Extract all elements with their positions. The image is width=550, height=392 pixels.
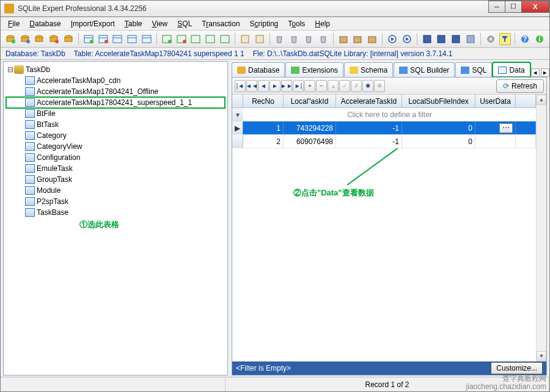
toolbar-pkg1-icon[interactable] (337, 33, 350, 45)
col-recno[interactable]: RecNo (243, 95, 284, 107)
tree-item[interactable]: EmuleTask (6, 163, 225, 174)
close-button[interactable]: X (521, 1, 549, 13)
toolbar-db1-icon[interactable] (4, 33, 16, 45)
col-acceleratetaskid[interactable]: AccelerateTaskId (336, 95, 402, 107)
menu-tools[interactable]: Tools (283, 18, 310, 29)
toolbar-info-icon[interactable]: i (534, 33, 546, 45)
tree-item[interactable]: Module (6, 185, 225, 196)
tab-data[interactable]: Data (493, 62, 530, 77)
toolbar-trash1-icon[interactable] (273, 33, 285, 45)
toolbar-view2-icon[interactable] (175, 33, 188, 45)
filter-hint[interactable]: Click here to define a filter (243, 108, 536, 121)
toolbar-pkg3-icon[interactable] (366, 33, 378, 45)
toolbar-misc2-icon[interactable] (254, 33, 266, 45)
menu-scripting[interactable]: Scripting (245, 18, 284, 29)
toolbar-misc1-icon[interactable] (239, 33, 251, 45)
toolbar-gear-icon[interactable] (485, 33, 497, 45)
nav-insert[interactable]: + (304, 80, 315, 92)
tree-item[interactable]: BtFile (6, 108, 225, 119)
nav-cancel[interactable]: ✗ (351, 80, 362, 92)
toolbar-trash3-icon[interactable] (302, 33, 315, 45)
tree-item[interactable]: GroupTask (6, 174, 225, 185)
nav-delete[interactable]: − (316, 80, 327, 92)
tree-root[interactable]: ⊟ TaskDb (6, 64, 225, 75)
col-localtaskid[interactable]: Local"askId (284, 95, 336, 107)
tab-scroll-left[interactable]: ◄ (531, 68, 540, 77)
col-localsubfileindex[interactable]: LocalSubFileIndex (402, 95, 475, 107)
scroll-down[interactable]: ▼ (537, 351, 546, 361)
menu-table[interactable]: Table (120, 18, 147, 29)
tree-item[interactable]: AccelerateTaskMap0_cdn (6, 75, 225, 86)
filter-icon[interactable]: ▾ (232, 108, 243, 121)
tree-item[interactable]: CategoryView (6, 141, 225, 152)
toolbar-disk1-icon[interactable] (421, 33, 433, 45)
tab-extensions[interactable]: Extensions (285, 62, 343, 77)
data-row[interactable]: 2 609076498 -1 0 (232, 135, 536, 148)
nav-bookmark[interactable]: ✱ (362, 80, 373, 92)
toolbar-db5-icon[interactable] (62, 33, 75, 45)
menu-sql[interactable]: SQL (172, 18, 197, 29)
menu-database[interactable]: Database (24, 18, 65, 29)
toolbar-db4-icon[interactable] (48, 33, 60, 45)
toolbar-trash2-icon[interactable] (288, 33, 300, 45)
menu-file[interactable]: File (3, 18, 24, 29)
toolbar-view4-icon[interactable] (204, 33, 216, 45)
toolbar-tbl5-icon[interactable] (141, 33, 153, 45)
toolbar-filter-icon[interactable] (499, 33, 512, 45)
toolbar-pkg2-icon[interactable] (351, 33, 364, 45)
menu-import-export[interactable]: Import/Export (66, 18, 120, 29)
menu-view[interactable]: View (147, 18, 172, 29)
data-row[interactable]: ▶ 1 743294228 -1 0 ⋯ (232, 122, 536, 135)
tab-scroll-right[interactable]: ► (541, 68, 549, 77)
toolbar-tbl4-icon[interactable] (126, 33, 138, 45)
toolbar-view5-icon[interactable] (219, 33, 231, 45)
toolbar-help-icon[interactable]: ? (519, 33, 531, 45)
toolbar-tbl1-icon[interactable] (82, 33, 95, 45)
nav-next[interactable]: ► (270, 80, 280, 92)
col-userdata[interactable]: UserData (475, 95, 516, 107)
toolbar-disk4-icon[interactable] (464, 33, 477, 45)
minimize-button[interactable]: ─ (488, 1, 505, 13)
tree-item[interactable]: P2spTask (6, 196, 225, 207)
nav-prev-page[interactable]: ◄◄ (246, 80, 257, 92)
toolbar-view3-icon[interactable] (190, 33, 202, 45)
toolbar-play-icon[interactable] (386, 33, 398, 45)
toolbar-disk3-icon[interactable] (450, 33, 462, 45)
refresh-button[interactable]: ⟳ Refresh (496, 79, 544, 93)
nav-prev[interactable]: ◄ (258, 80, 269, 92)
customize-button[interactable]: Customize... (491, 362, 543, 374)
toolbar-view1-icon[interactable] (161, 33, 173, 45)
nav-next-page[interactable]: ►► (281, 80, 292, 92)
menu-help[interactable]: Help (310, 18, 335, 29)
scroll-up[interactable]: ▲ (537, 95, 546, 105)
vertical-scrollbar[interactable]: ▲ ▼ (536, 95, 546, 361)
tree-item[interactable]: TaskBase (6, 207, 225, 218)
toolbar-trash4-icon[interactable] (317, 33, 329, 45)
toolbar-db2-icon[interactable] (19, 33, 31, 45)
collapse-icon[interactable]: ⊟ (7, 65, 13, 74)
filter-row[interactable]: ▾ Click here to define a filter (232, 108, 536, 122)
tree-item[interactable]: AccelerateTaskMap17804241_superspeed_1_1 (6, 97, 225, 108)
tree-item[interactable]: Category (6, 130, 225, 141)
toolbar-tbl3-icon[interactable] (112, 33, 124, 45)
toolbar-tbl2-icon[interactable] (97, 33, 109, 45)
toolbar-db3-icon[interactable] (34, 33, 46, 45)
toolbar-play2-icon[interactable] (401, 33, 413, 45)
nav-post[interactable]: ✓ (339, 80, 350, 92)
database-tree[interactable]: ⊟ TaskDb AccelerateTaskMap0_cdnAccelerat… (4, 62, 227, 233)
tab-database[interactable]: Database (232, 62, 285, 77)
tab-schema[interactable]: Schema (344, 62, 393, 77)
tab-sql-builder[interactable]: SQL Builder (394, 62, 455, 77)
tree-item[interactable]: AccelerateTaskMap17804241_Offline (6, 86, 225, 97)
maximize-button[interactable]: ☐ (505, 1, 522, 13)
nav-edit[interactable]: ▴ (328, 80, 339, 92)
cell-ellipsis-button[interactable]: ⋯ (499, 123, 513, 133)
menu-transaction[interactable]: Transaction (197, 18, 244, 29)
nav-bookmark2[interactable]: ✱ (374, 80, 385, 92)
nav-last[interactable]: ►| (293, 80, 304, 92)
tab-sql[interactable]: SQL (455, 62, 492, 77)
nav-first[interactable]: |◄ (235, 80, 246, 92)
tree-item[interactable]: BtTask (6, 119, 225, 130)
toolbar-disk2-icon[interactable] (435, 33, 447, 45)
tree-item[interactable]: Configuration (6, 152, 225, 163)
